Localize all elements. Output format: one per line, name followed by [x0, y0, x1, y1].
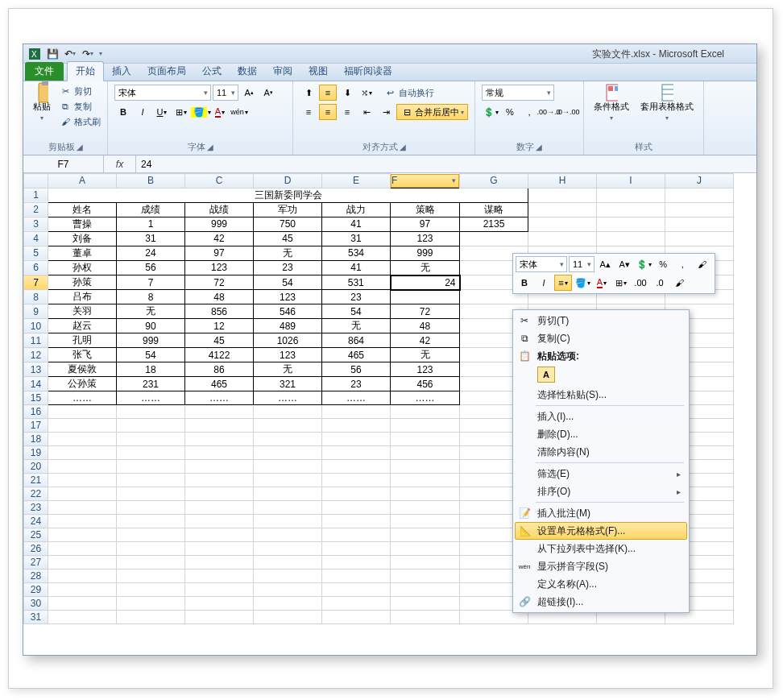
tab-view[interactable]: 视图	[300, 62, 336, 81]
cell-D14[interactable]: 321	[254, 377, 322, 391]
col-header-E[interactable]: E	[322, 174, 391, 188]
cell-F28[interactable]	[391, 570, 460, 583]
row-header-1[interactable]: 1	[24, 188, 48, 202]
save-icon[interactable]: 💾	[46, 48, 59, 60]
qat-customize-icon[interactable]: ▾	[99, 50, 102, 57]
cut-button[interactable]: ✂剪切	[59, 85, 101, 97]
format-table-button[interactable]: 套用表格格式▾	[637, 85, 697, 123]
comma-button[interactable]: ,	[520, 104, 538, 120]
cell-C30[interactable]	[185, 597, 254, 611]
cell-A31[interactable]	[48, 611, 117, 624]
row-header-28[interactable]: 28	[24, 570, 48, 583]
cell-B9[interactable]: 无	[117, 304, 185, 319]
title-cell[interactable]: 三国新委同学会	[48, 188, 528, 202]
cell-A6[interactable]: 孙权	[48, 260, 117, 275]
tab-review[interactable]: 审阅	[265, 62, 300, 81]
cell-B11[interactable]: 999	[117, 333, 185, 348]
cell-G3[interactable]: 2135	[460, 217, 528, 231]
cell-J3[interactable]	[665, 217, 734, 231]
cell-E8[interactable]: 23	[322, 290, 391, 304]
cell-D27[interactable]	[254, 556, 322, 570]
cell-D18[interactable]	[254, 433, 322, 446]
cell-D11[interactable]: 1026	[254, 333, 322, 348]
row-header-11[interactable]: 11	[24, 333, 48, 348]
currency-button[interactable]: 💲	[482, 104, 499, 120]
cell-D12[interactable]: 123	[254, 348, 322, 362]
cell-C26[interactable]	[185, 542, 254, 556]
mini-bold[interactable]: B	[516, 275, 533, 291]
row-header-17[interactable]: 17	[24, 419, 48, 433]
cell-F15[interactable]: ……	[391, 391, 460, 405]
decrease-indent-button[interactable]: ⇤	[358, 104, 375, 120]
cell-C12[interactable]: 4122	[185, 348, 254, 362]
cell-E7[interactable]: 531	[322, 275, 391, 290]
align-bottom-button[interactable]: ⬇	[338, 85, 356, 101]
cell-F11[interactable]: 42	[391, 333, 460, 348]
italic-button[interactable]: I	[134, 104, 151, 120]
cell-C14[interactable]: 465	[185, 377, 254, 391]
col-header-D[interactable]: D	[254, 174, 322, 188]
cell-D29[interactable]	[254, 583, 322, 597]
col-header-I[interactable]: I	[597, 174, 665, 188]
cell-D6[interactable]: 23	[254, 260, 322, 275]
conditional-format-button[interactable]: 条件格式▾	[590, 85, 632, 123]
align-center-button[interactable]: ≡	[319, 104, 337, 120]
decrease-decimal-button[interactable]: .0→.00	[559, 104, 577, 120]
ctx-define-name[interactable]: 定义名称(A)...	[515, 575, 687, 593]
col-header-J[interactable]: J	[665, 174, 734, 188]
cell-C24[interactable]	[185, 515, 254, 528]
row-header-24[interactable]: 24	[24, 515, 48, 528]
cell-J1[interactable]	[665, 188, 734, 202]
cell-H2[interactable]	[528, 202, 597, 217]
cell-I2[interactable]	[597, 202, 665, 217]
align-left-button[interactable]: ≡	[300, 104, 317, 120]
cell-B17[interactable]	[117, 419, 185, 433]
cell-G4[interactable]	[460, 231, 528, 246]
cell-F6[interactable]: 无	[391, 260, 460, 275]
cell-C22[interactable]	[185, 487, 254, 501]
cell-C13[interactable]: 86	[185, 362, 254, 377]
cell-D24[interactable]	[254, 515, 322, 528]
cell-E24[interactable]	[322, 515, 391, 528]
cell-D8[interactable]: 123	[254, 290, 322, 304]
cell-A29[interactable]	[48, 583, 117, 597]
cell-C28[interactable]	[185, 570, 254, 583]
row-header-5[interactable]: 5	[24, 246, 48, 260]
cell-A4[interactable]: 刘备	[48, 231, 117, 246]
cell-E15[interactable]: ……	[322, 391, 391, 405]
cell-D4[interactable]: 45	[254, 231, 322, 246]
tab-insert[interactable]: 插入	[104, 62, 139, 81]
cell-A2[interactable]: 姓名	[48, 202, 117, 217]
cell-A11[interactable]: 孔明	[48, 333, 117, 348]
mini-italic[interactable]: I	[535, 275, 553, 291]
cell-B29[interactable]	[117, 583, 185, 597]
cell-E28[interactable]	[322, 570, 391, 583]
cell-E5[interactable]: 534	[322, 246, 391, 260]
mini-dec-dec[interactable]: .0	[651, 275, 669, 291]
cell-F16[interactable]	[391, 405, 460, 419]
cell-D20[interactable]	[254, 460, 322, 474]
mini-percent[interactable]: %	[654, 256, 672, 272]
tab-foxit[interactable]: 福昕阅读器	[336, 62, 400, 81]
cell-I1[interactable]	[597, 188, 665, 202]
cell-E17[interactable]	[322, 419, 391, 433]
cell-D19[interactable]	[254, 446, 322, 460]
name-box[interactable]: F7	[23, 155, 104, 172]
cell-C11[interactable]: 45	[185, 333, 254, 348]
cell-D3[interactable]: 750	[254, 217, 322, 231]
cell-B25[interactable]	[117, 528, 185, 542]
align-middle-button[interactable]: ≡	[319, 85, 337, 101]
mini-border[interactable]: ⊞	[612, 275, 630, 291]
cell-D9[interactable]: 546	[254, 304, 322, 319]
ctx-dropdown-list[interactable]: 从下拉列表中选择(K)...	[515, 540, 687, 557]
ctx-delete[interactable]: 删除(D)...	[515, 425, 687, 443]
ctx-paste-special[interactable]: 选择性粘贴(S)...	[515, 386, 687, 404]
cell-J2[interactable]	[665, 202, 734, 217]
cell-D26[interactable]	[254, 542, 322, 556]
align-right-button[interactable]: ≡	[338, 104, 356, 120]
cell-F17[interactable]	[391, 419, 460, 433]
mini-inc-dec[interactable]: .00	[632, 275, 649, 291]
cell-B13[interactable]: 18	[117, 362, 185, 377]
cell-E6[interactable]: 41	[322, 260, 391, 275]
wrap-text-button[interactable]: ↩自动换行	[383, 86, 434, 99]
